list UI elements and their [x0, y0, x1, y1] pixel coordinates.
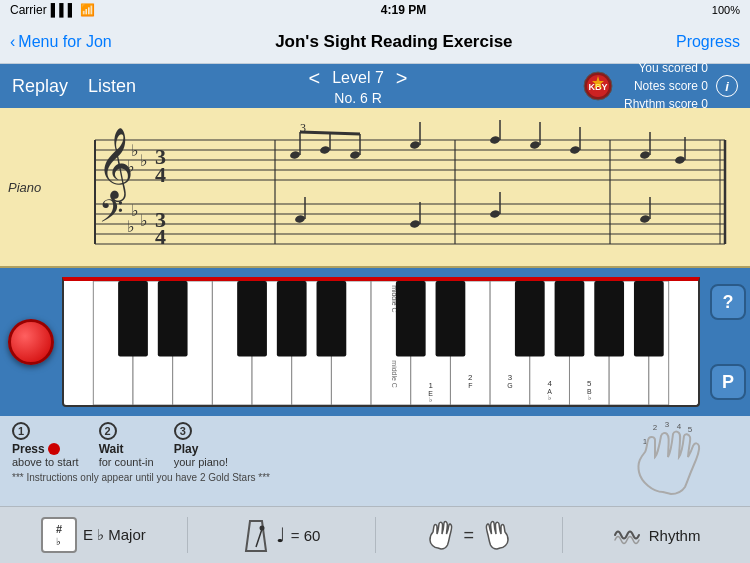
svg-rect-79: [277, 281, 307, 356]
tempo-note: ♩: [276, 523, 285, 547]
svg-text:5: 5: [688, 425, 693, 434]
p-button[interactable]: P: [710, 364, 746, 400]
listen-button[interactable]: Listen: [88, 76, 136, 97]
svg-point-56: [489, 209, 500, 218]
step-3-detail: your piano!: [174, 456, 228, 468]
rhythm-label: Rhythm: [649, 527, 701, 544]
divider-3: [562, 517, 563, 553]
signal-icon: ▌▌▌: [51, 3, 77, 17]
svg-rect-78: [237, 281, 267, 356]
key-name-label: E ♭ Major: [83, 526, 146, 544]
toolbar-center: < Level 7 > No. 6 R: [156, 67, 560, 106]
key-signature-badge: # ♭: [41, 517, 77, 553]
instruction-steps: 1 Press above to start 2 Wait for count-…: [12, 422, 618, 500]
left-hand-icon: [428, 518, 458, 552]
step-3: 3 Play your piano!: [174, 422, 228, 468]
svg-text:3: 3: [508, 373, 513, 382]
right-hand-icon: [480, 518, 510, 552]
toolbar: Replay Listen < Level 7 > No. 6 R KBY Yo…: [0, 64, 750, 108]
svg-text:1: 1: [428, 381, 433, 390]
back-label: Menu for Jon: [18, 33, 111, 51]
svg-point-58: [639, 214, 650, 223]
hands-item[interactable]: =: [392, 518, 547, 552]
level-label: Level 7: [332, 69, 384, 87]
sheet-music-area: Piano 𝄞 𝄢 3: [0, 108, 750, 268]
svg-rect-77: [158, 281, 188, 356]
divider-2: [375, 517, 376, 553]
tempo-value: = 60: [291, 527, 321, 544]
keyboard-svg: middle C middle C 1 E: [64, 281, 698, 405]
svg-text:♭: ♭: [127, 218, 135, 235]
svg-rect-85: [594, 281, 624, 356]
status-bar: Carrier ▌▌▌ 📶 4:19 PM 100%: [0, 0, 750, 20]
notes-score: Notes score 0: [624, 77, 708, 95]
rhythm-icon: [613, 518, 643, 552]
step-1-action: Press: [12, 442, 45, 456]
carrier-label: Carrier: [10, 3, 47, 17]
prev-level-button[interactable]: <: [309, 67, 321, 90]
svg-text:♭: ♭: [127, 158, 135, 175]
step-3-action: Play: [174, 442, 199, 456]
step-2: 2 Wait for count-in: [99, 422, 154, 468]
steps-row: 1 Press above to start 2 Wait for count-…: [12, 422, 618, 468]
svg-text:♭: ♭: [140, 212, 148, 229]
divider-1: [187, 517, 188, 553]
tempo-item[interactable]: ♩ = 60: [204, 517, 359, 553]
question-button[interactable]: ?: [710, 284, 746, 320]
piano-keyboard[interactable]: middle C middle C 1 E: [62, 277, 700, 407]
back-button[interactable]: ‹ Menu for Jon: [10, 33, 112, 51]
nav-title: Jon's Sight Reading Exercise: [275, 32, 512, 52]
sharp-symbol: #: [56, 523, 62, 535]
question-icon: ?: [723, 292, 734, 313]
svg-text:5: 5: [587, 379, 592, 388]
svg-text:♭: ♭: [429, 396, 432, 403]
svg-point-50: [674, 155, 685, 164]
next-level-button[interactable]: >: [396, 67, 408, 90]
svg-line-107: [256, 529, 262, 547]
svg-rect-84: [555, 281, 585, 356]
keyboard-area: middle C middle C 1 E: [0, 268, 750, 416]
battery-display: 100%: [712, 4, 740, 16]
svg-rect-83: [515, 281, 545, 356]
svg-point-40: [409, 140, 420, 149]
svg-text:4: 4: [155, 162, 166, 187]
svg-text:4: 4: [677, 422, 682, 431]
info-button[interactable]: i: [716, 75, 738, 97]
staff-container: 𝄞 𝄢 3 4 3 4 ♭ ♭ ♭ ♭ ♭ ♭ 3: [50, 112, 740, 262]
key-signature-item[interactable]: # ♭ E ♭ Major: [16, 517, 171, 553]
rhythm-item[interactable]: Rhythm: [579, 518, 734, 552]
step-1: 1 Press above to start: [12, 422, 79, 468]
svg-point-108: [259, 526, 264, 531]
svg-text:♭: ♭: [131, 202, 139, 219]
svg-point-33: [289, 150, 300, 159]
svg-text:♭: ♭: [131, 142, 139, 159]
back-chevron-icon: ‹: [10, 33, 15, 51]
metronome-icon: [242, 517, 270, 553]
step-2-action: Wait: [99, 442, 124, 456]
step-1-number: 1: [12, 422, 30, 440]
toolbar-right: KBY You scored 0 Notes score 0 Rhythm sc…: [580, 59, 738, 113]
svg-rect-86: [634, 281, 664, 356]
svg-rect-80: [317, 281, 347, 356]
svg-point-54: [409, 219, 420, 228]
svg-text:♭: ♭: [140, 152, 148, 169]
time-display: 4:19 PM: [381, 3, 426, 17]
bottom-bar: # ♭ E ♭ Major ♩ = 60 =: [0, 506, 750, 563]
svg-point-44: [529, 140, 540, 149]
record-button[interactable]: [8, 319, 54, 365]
step-3-number: 3: [174, 422, 192, 440]
svg-line-39: [300, 132, 360, 134]
nav-bar: ‹ Menu for Jon Jon's Sight Reading Exerc…: [0, 20, 750, 64]
progress-button[interactable]: Progress: [676, 33, 740, 51]
hand-drawing: 2 3 4 5 1: [633, 422, 723, 500]
exercise-number: No. 6 R: [334, 90, 381, 106]
svg-point-42: [489, 135, 500, 144]
svg-point-35: [319, 145, 330, 154]
record-mini-icon: [48, 443, 60, 455]
svg-text:𝄢: 𝄢: [99, 194, 123, 236]
svg-point-48: [639, 150, 650, 159]
replay-button[interactable]: Replay: [12, 76, 68, 97]
piano-label: Piano: [8, 180, 41, 195]
score-display: You scored 0 Notes score 0 Rhythm score …: [624, 59, 708, 113]
hand-illustration: 2 3 4 5 1: [618, 422, 738, 500]
